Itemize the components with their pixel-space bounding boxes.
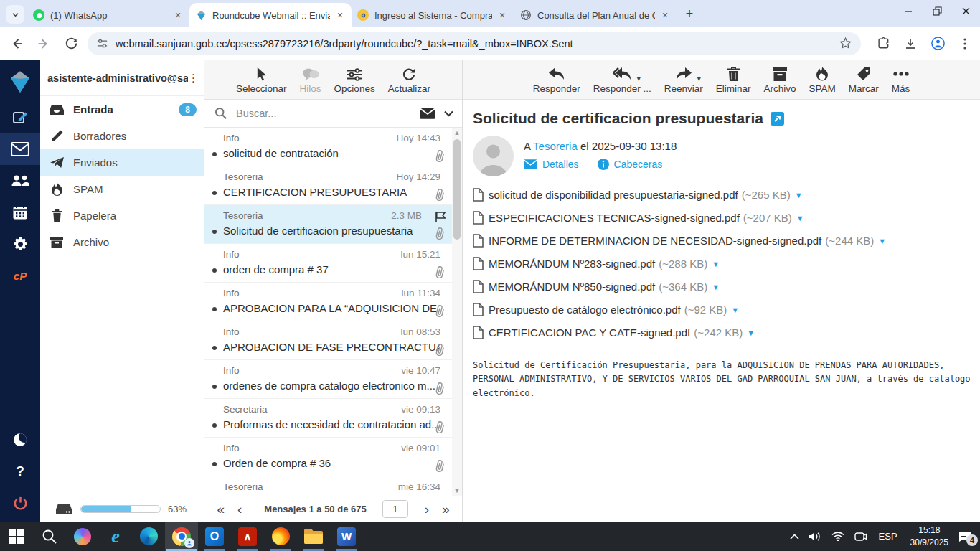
recipient-link[interactable]: Tesoreria bbox=[533, 140, 578, 152]
wifi-icon[interactable] bbox=[831, 532, 844, 541]
url-text[interactable]: webmail.sanjuan.gob.ec/cpsess2879723216/… bbox=[116, 38, 839, 50]
menu-icon[interactable] bbox=[954, 33, 976, 55]
taskbar-chrome-button[interactable] bbox=[165, 522, 198, 551]
compose-button[interactable] bbox=[0, 102, 40, 133]
help-button[interactable]: ? bbox=[0, 456, 40, 487]
close-button[interactable] bbox=[951, 0, 980, 22]
message-row[interactable]: TesoreriaHoy 14:29 CERTIFICACION PRESUPU… bbox=[204, 166, 462, 205]
start-button[interactable] bbox=[0, 522, 33, 551]
dropdown-caret-icon[interactable]: ▾ bbox=[637, 75, 641, 83]
reload-button[interactable] bbox=[60, 33, 82, 55]
page-input[interactable] bbox=[382, 500, 408, 518]
tab-roundcube[interactable]: Roundcube Webmail :: Enviados × bbox=[189, 3, 352, 27]
search-scope-envelope-icon[interactable] bbox=[420, 108, 435, 119]
sidebar-item-papelera[interactable]: Papelera bbox=[40, 202, 204, 229]
attachment-item[interactable]: solicitud de disponibilidad presupuestar… bbox=[473, 188, 803, 202]
scrollbar-thumb[interactable] bbox=[453, 139, 461, 240]
tab-compras[interactable]: Ingreso al Sistema - Compras P × bbox=[352, 3, 514, 27]
bookmark-star-icon[interactable] bbox=[839, 37, 852, 50]
attachment-item[interactable]: CERTIFICACION PAC Y CATE-signed.pdf (~24… bbox=[473, 326, 755, 339]
attachment-menu-caret-icon[interactable]: ▼ bbox=[796, 214, 804, 222]
calendar-button[interactable] bbox=[0, 197, 40, 228]
reply-button[interactable]: Responder bbox=[533, 65, 580, 94]
taskbar-firefox-button[interactable] bbox=[264, 522, 297, 551]
status-dot[interactable] bbox=[212, 385, 217, 389]
status-dot[interactable] bbox=[212, 191, 217, 195]
search-options-chevron-icon[interactable] bbox=[444, 110, 453, 117]
language-indicator[interactable]: ESP bbox=[879, 531, 897, 542]
extensions-icon[interactable] bbox=[872, 33, 894, 55]
message-row[interactable]: Infovie 10:47 ordenes de compra catalogo… bbox=[204, 360, 462, 399]
clock[interactable]: 15:18 30/9/2025 bbox=[910, 524, 948, 547]
last-page-button[interactable]: » bbox=[442, 502, 450, 516]
dark-mode-button[interactable] bbox=[0, 424, 40, 456]
profile-icon[interactable] bbox=[927, 33, 948, 55]
back-button[interactable] bbox=[6, 33, 27, 55]
message-row[interactable]: Infolun 11:34 APROBACION PARA LA “ADQUIS… bbox=[204, 283, 462, 321]
forward-button[interactable] bbox=[33, 33, 55, 55]
address-bar[interactable]: webmail.sanjuan.gob.ec/cpsess2879723216/… bbox=[88, 32, 861, 55]
archive-button[interactable]: Archivo bbox=[764, 65, 796, 94]
message-row[interactable]: Secretariavie 09:13 Proformas de necesid… bbox=[204, 399, 462, 438]
tab-close-icon[interactable]: × bbox=[496, 9, 508, 21]
first-page-button[interactable]: « bbox=[217, 502, 225, 516]
attachment-menu-caret-icon[interactable]: ▼ bbox=[712, 283, 720, 291]
status-dot[interactable] bbox=[212, 152, 217, 156]
attachment-menu-caret-icon[interactable]: ▼ bbox=[878, 237, 886, 245]
message-row[interactable]: InfoHoy 14:43 solicitud de contratación bbox=[204, 128, 462, 166]
status-dot[interactable] bbox=[212, 230, 217, 234]
attachment-item[interactable]: MEMORÁNDUM Nº850-signed.pdf (~364 KB) ▼ bbox=[473, 280, 720, 293]
notification-center-button[interactable]: 4 bbox=[958, 531, 971, 542]
contacts-button[interactable] bbox=[0, 165, 40, 197]
message-row[interactable]: Infolun 15:21 orden de compra # 37 bbox=[204, 244, 462, 283]
select-button[interactable]: Seleccionar bbox=[236, 65, 287, 94]
mail-section-button[interactable] bbox=[0, 133, 40, 165]
attachment-item[interactable]: MEMORÁNDUM Nº283-signed.pdf (~288 KB) ▼ bbox=[473, 257, 720, 270]
taskbar-edge-button[interactable] bbox=[132, 522, 165, 551]
next-page-button[interactable]: › bbox=[425, 502, 429, 516]
attachment-item[interactable]: INFORME DE DETERMINACION DE NECESIDAD-si… bbox=[473, 234, 886, 248]
sidebar-item-borradores[interactable]: Borradores bbox=[40, 123, 204, 149]
options-button[interactable]: Opciones bbox=[334, 65, 375, 94]
flag-icon[interactable] bbox=[435, 211, 446, 222]
message-row[interactable]: Tesoreriamié 16:34 bbox=[204, 476, 462, 496]
status-dot[interactable] bbox=[212, 307, 217, 311]
scroll-up-arrow[interactable]: ▲ bbox=[452, 128, 462, 138]
tab-whatsapp[interactable]: (1) WhatsApp × bbox=[27, 3, 189, 27]
mark-button[interactable]: Marcar bbox=[849, 65, 879, 94]
list-scrollbar[interactable]: ▲ ▼ bbox=[452, 128, 462, 496]
attachment-menu-caret-icon[interactable]: ▼ bbox=[795, 191, 803, 199]
attachment-menu-caret-icon[interactable]: ▼ bbox=[747, 329, 755, 337]
attachment-item[interactable]: ESPECIFICACIONES TECNICAS-signed-signed.… bbox=[473, 211, 804, 225]
tab-close-icon[interactable]: × bbox=[172, 9, 184, 21]
status-dot[interactable] bbox=[212, 423, 217, 428]
details-link[interactable]: Detalles bbox=[524, 159, 579, 170]
message-row-selected[interactable]: Tesoreria2.3 MB Solicitud de certificaci… bbox=[204, 205, 462, 244]
taskbar-copilot-button[interactable] bbox=[66, 522, 99, 551]
more-button[interactable]: Más bbox=[892, 65, 910, 94]
attachment-item[interactable]: Presupuesto de catálogo electrónico.pdf … bbox=[473, 303, 739, 316]
spam-button[interactable]: SPAM bbox=[809, 65, 836, 94]
settings-button[interactable] bbox=[0, 228, 40, 260]
taskbar-acrobat-button[interactable]: ∧ bbox=[231, 522, 264, 551]
logout-button[interactable] bbox=[0, 487, 40, 519]
cpanel-button[interactable]: cP bbox=[0, 260, 40, 291]
attachment-menu-caret-icon[interactable]: ▼ bbox=[712, 260, 720, 268]
tab-plan-anual[interactable]: Consulta del Plan Anual de Con × bbox=[514, 3, 677, 27]
taskbar-search-button[interactable] bbox=[33, 522, 66, 551]
volume-icon[interactable] bbox=[809, 532, 821, 542]
refresh-button[interactable]: Actualizar bbox=[388, 65, 430, 94]
scroll-down-arrow[interactable]: ▼ bbox=[452, 486, 462, 496]
taskbar-word-button[interactable]: W bbox=[330, 522, 363, 551]
prev-page-button[interactable]: ‹ bbox=[237, 502, 242, 516]
sidebar-item-enviados[interactable]: Enviados bbox=[40, 149, 204, 176]
sidebar-item-archivo[interactable]: Archivo bbox=[40, 229, 204, 255]
search-input[interactable] bbox=[236, 108, 420, 119]
sidebar-item-entrada[interactable]: Entrada 8 bbox=[40, 96, 204, 123]
account-menu-icon[interactable]: ⋮ bbox=[188, 76, 198, 80]
downloads-icon[interactable] bbox=[900, 33, 921, 55]
hidden-icons-chevron[interactable] bbox=[790, 534, 799, 540]
restore-button[interactable] bbox=[923, 0, 951, 22]
message-row[interactable]: Infovie 09:01 Orden de compra # 36 bbox=[204, 438, 462, 476]
tab-close-icon[interactable]: × bbox=[334, 9, 346, 21]
